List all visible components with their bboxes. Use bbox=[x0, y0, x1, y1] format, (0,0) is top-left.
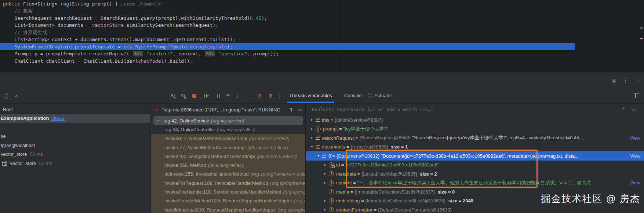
view-link[interactable]: View bbox=[630, 153, 640, 159]
service-row[interactable]: - bbox=[0, 123, 150, 132]
rerun-application-icon[interactable]: ↻ bbox=[179, 92, 187, 99]
view-link[interactable]: View bbox=[630, 180, 640, 186]
variable-row[interactable]: fcontent = "一、基本介绍\nivy毕业于哈尔滨工业大学。他的工作主要… bbox=[306, 179, 644, 188]
service-duration: 50 ms bbox=[39, 161, 52, 166]
variable-row[interactable]: fid = "c7277e3c-d38b-4a12-a503-c105e0882… bbox=[306, 161, 644, 170]
code-line[interactable]: public Flux<String> rag(String prompt) {… bbox=[0, 0, 644, 7]
service-row[interactable]: Boot bbox=[0, 105, 150, 114]
code-editor[interactable]: public Flux<String> rag(String prompt) {… bbox=[0, 0, 644, 72]
expand-chevron-icon[interactable] bbox=[310, 119, 314, 121]
frame-row[interactable]: handleInternal:830, RequestMappingHandle… bbox=[151, 205, 305, 213]
frame-method: invoke:43, DelegatingMethodAccessorImpl bbox=[164, 154, 255, 159]
frame-row[interactable]: rag:34, OnlineController(org.ivy.control… bbox=[151, 125, 305, 134]
variable-value: {ArrayList@8590} size = 1 bbox=[350, 144, 644, 150]
param-icon: p bbox=[316, 126, 321, 132]
code-line[interactable]: // 提示词生成 bbox=[0, 29, 644, 36]
thread-selector[interactable]: ✓ "http-nio-8806-exec-1"@7,... in group … bbox=[151, 104, 305, 115]
frame-row[interactable]: invoke0:-1, NativeMethodAccessorImpl(jdk… bbox=[151, 134, 305, 143]
expand-chevron-icon[interactable] bbox=[310, 146, 314, 148]
filter-funnel-icon[interactable] bbox=[289, 107, 294, 112]
service-row[interactable]: vector_store50 ms bbox=[0, 159, 150, 168]
code-line[interactable]: // 检索 bbox=[0, 7, 644, 14]
target-settings-icon[interactable]: ◎ bbox=[610, 76, 618, 84]
expand-chevron-icon[interactable] bbox=[316, 155, 320, 157]
variable-value: {DefaultContentFormatter@10639} bbox=[378, 207, 644, 213]
expand-collapse-icon[interactable] bbox=[3, 92, 10, 99]
code-line[interactable]: SearchRequest searchRequest = SearchRequ… bbox=[0, 15, 644, 22]
expand-chevron-icon[interactable] bbox=[323, 164, 327, 166]
tab-actuator[interactable]: Actuator bbox=[368, 88, 392, 103]
up-down-chevrons-icon bbox=[4, 93, 9, 99]
more-options-icon[interactable]: ⋮ bbox=[622, 76, 630, 84]
variable-row[interactable]: searchRequest = {SearchRequest@8589} "Se… bbox=[306, 133, 644, 143]
debug-toolbar: × ↻ ↻ ↷ ↓ ↑ ⊘ ⊘ ⋮ Threads & Variables Co… bbox=[0, 88, 644, 103]
expand-chevron-icon[interactable] bbox=[310, 137, 314, 139]
view-breakpoints-icon[interactable]: ⊘ bbox=[256, 92, 263, 99]
variable-value: {OnlineService@8587} bbox=[335, 117, 644, 123]
frame-row[interactable]: invokeForRequest:188, InvocableHandlerMe… bbox=[151, 179, 305, 187]
variable-name: searchRequest bbox=[322, 135, 354, 141]
service-row[interactable]: se bbox=[0, 132, 150, 141]
frame-package: (org.ivy.controller) bbox=[217, 127, 255, 132]
expand-chevron-icon[interactable] bbox=[323, 182, 327, 184]
frame-row[interactable]: invoke:43, DelegatingMethodAccessorImpl(… bbox=[151, 152, 305, 161]
service-row[interactable]: tgres@localhost bbox=[0, 141, 150, 150]
debug-content: BootExamplesApplication:8806/-setgres@lo… bbox=[0, 103, 644, 213]
expand-chevron-icon[interactable] bbox=[323, 200, 327, 202]
service-port-link[interactable]: :8806/ bbox=[51, 115, 64, 121]
stop-icon[interactable] bbox=[190, 92, 198, 99]
equals-sign: = bbox=[329, 117, 335, 123]
resume-icon[interactable] bbox=[203, 92, 210, 99]
frame-package: (jdk.internal.reflect) bbox=[247, 145, 288, 150]
editor-scrollbar[interactable] bbox=[640, 0, 643, 72]
variable-name: documents bbox=[322, 144, 345, 150]
variables-panel: Evaluate expression (↵) or add a watch (… bbox=[306, 103, 644, 213]
service-row[interactable]: vector_store50 ms bbox=[0, 150, 150, 159]
window-layout-icon[interactable] bbox=[633, 92, 640, 99]
step-over-icon[interactable]: ↷ bbox=[224, 92, 232, 99]
tab-threads-variables[interactable]: Threads & Variables bbox=[289, 88, 332, 103]
chevron-down-icon[interactable] bbox=[298, 107, 302, 111]
rerun-icon[interactable]: ↻ bbox=[169, 92, 177, 99]
expand-chevron-icon[interactable] bbox=[323, 209, 327, 211]
variable-row[interactable]: 0 = {Document@10632} "Document{id='c7277… bbox=[306, 151, 644, 161]
code-line[interactable]: List<String> context = documents.stream(… bbox=[0, 36, 644, 43]
variable-row[interactable]: fmetadata = {LinkedHashMap@10635} size =… bbox=[306, 169, 644, 179]
service-row[interactable]: ExamplesApplication:8806/ bbox=[0, 114, 150, 123]
expand-chevron-icon[interactable] bbox=[310, 128, 314, 130]
close-icon[interactable]: × bbox=[12, 92, 20, 99]
service-label: vector_store bbox=[1, 151, 27, 157]
code-line[interactable]: ChatClient chatClient = ChatClient.build… bbox=[0, 58, 644, 65]
code-line-execution-point[interactable]: SystemPromptTemplate promptTemplate = ne… bbox=[0, 43, 644, 50]
variable-name: media bbox=[336, 189, 349, 195]
chevron-down-icon[interactable] bbox=[632, 107, 636, 111]
more-actions-icon[interactable]: ⋮ bbox=[276, 92, 283, 99]
step-out-icon[interactable]: ↑ bbox=[243, 92, 251, 99]
variable-row[interactable]: pprompt = "ivy毕业于哪个大学?" bbox=[306, 125, 644, 134]
variable-row[interactable]: fcontentFormatter = {DefaultContentForma… bbox=[306, 205, 644, 213]
pause-icon[interactable] bbox=[215, 92, 222, 99]
code-line[interactable]: Prompt p = promptTemplate.create(Map.of(… bbox=[0, 50, 644, 57]
frame-row[interactable]: invoke:77, NativeMethodAccessorImpl(jdk.… bbox=[151, 143, 305, 152]
equals-sign: = bbox=[354, 135, 359, 141]
add-watch-icon[interactable]: + bbox=[622, 105, 625, 111]
equals-sign: = bbox=[340, 162, 345, 168]
tab-console[interactable]: Console bbox=[344, 88, 362, 103]
frame-row[interactable]: invokeAndHandle:118, ServletInvocableHan… bbox=[151, 187, 305, 196]
step-into-icon[interactable]: ↓ bbox=[234, 92, 241, 99]
variable-row[interactable]: documents = {ArrayList@8590} size = 1 bbox=[306, 143, 644, 152]
variable-row[interactable]: this = {OnlineService@8587} bbox=[306, 115, 644, 125]
frame-row[interactable]: doInvoke:255, InvocableHandlerMethod(org… bbox=[151, 170, 305, 179]
evaluate-expression-bar[interactable]: Evaluate expression (↵) or add a watch (… bbox=[306, 104, 644, 114]
frame-method: handleInternal:830, RequestMappingHandle… bbox=[164, 207, 276, 213]
code-line[interactable]: List<Document> documents = vectorStore.s… bbox=[0, 22, 644, 29]
variable-name: 0 bbox=[328, 153, 331, 159]
expand-chevron-icon[interactable] bbox=[323, 173, 327, 175]
view-link[interactable]: View bbox=[630, 135, 640, 141]
frame-row[interactable]: ↩rag:42, OnlineService(org.ivy.service) bbox=[153, 116, 303, 125]
frame-row[interactable]: invokeHandlerMethod:925, RequestMappingH… bbox=[151, 197, 305, 205]
hide-tool-window-icon[interactable]: — bbox=[632, 76, 640, 84]
mute-breakpoints-icon[interactable]: ⊘ bbox=[267, 92, 274, 99]
equals-sign: = bbox=[345, 144, 351, 150]
frame-row[interactable]: invoke:568, Method(java.lang.reflect) bbox=[151, 161, 305, 169]
